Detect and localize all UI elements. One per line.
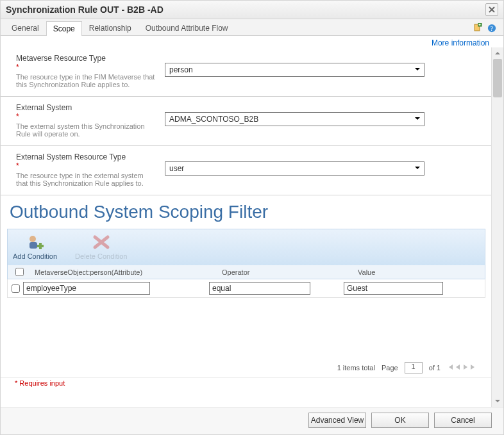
close-icon bbox=[489, 6, 495, 13]
pager: 1 items total Page 1 of 1 bbox=[16, 362, 476, 373]
field-external-system: External System * The external system th… bbox=[1, 97, 492, 146]
svg-text:?: ? bbox=[491, 24, 493, 31]
required-marker: * bbox=[16, 63, 157, 72]
requires-input-note: * Requires input bbox=[1, 377, 492, 391]
delete-condition-icon bbox=[92, 233, 110, 251]
scroll-up-icon[interactable] bbox=[492, 47, 503, 59]
field-label: External System bbox=[16, 103, 157, 112]
delete-condition-label: Delete Condition bbox=[75, 252, 127, 260]
pager-last-icon[interactable] bbox=[470, 364, 476, 372]
scroll-track[interactable] bbox=[492, 59, 503, 395]
window-title: Synchronization Rule OUT - B2B -AD bbox=[6, 4, 164, 15]
value-input[interactable]: Guest bbox=[344, 282, 443, 295]
select-value: ADMA_SCONTOSO_B2B bbox=[169, 115, 258, 124]
page-label: Page bbox=[382, 364, 398, 372]
help-icon[interactable]: ? bbox=[487, 23, 497, 33]
tab-general[interactable]: General bbox=[4, 21, 46, 35]
chevron-down-icon bbox=[412, 65, 423, 74]
external-system-resource-type-select[interactable]: user bbox=[165, 161, 424, 176]
more-info-row: More information bbox=[1, 36, 503, 47]
value-text: Guest bbox=[347, 284, 367, 293]
column-value: Value bbox=[354, 266, 477, 279]
filter-toolbar: Add Condition Delete Condition bbox=[7, 229, 485, 265]
tab-outbound-attribute-flow[interactable]: Outbound Attribute Flow bbox=[139, 21, 235, 35]
pager-next-icon[interactable] bbox=[462, 364, 469, 372]
tab-scope[interactable]: Scope bbox=[46, 21, 82, 36]
field-description: The resource type in the FIM Metaverse t… bbox=[16, 73, 157, 88]
field-metaverse-resource-type: Metaverse Resource Type * The resource t… bbox=[1, 47, 492, 97]
svg-rect-9 bbox=[39, 243, 42, 249]
svg-point-6 bbox=[29, 236, 36, 242]
close-button[interactable] bbox=[485, 3, 498, 16]
svg-rect-7 bbox=[29, 242, 37, 249]
scoping-filter-panel: Add Condition Delete Condition Metaverse… bbox=[7, 229, 485, 373]
column-attribute: MetaverseObject:person(Attribute) bbox=[31, 266, 218, 279]
column-operator: Operator bbox=[218, 266, 354, 279]
required-marker: * bbox=[16, 161, 157, 170]
row-checkbox[interactable] bbox=[12, 284, 20, 293]
select-value: employeeType bbox=[26, 284, 76, 293]
dialog-footer: Advanced View OK Cancel bbox=[1, 407, 503, 434]
more-information-link[interactable]: More information bbox=[432, 38, 489, 47]
field-description: The external system this Synchronization… bbox=[16, 122, 157, 138]
scroll-thumb[interactable] bbox=[493, 59, 502, 97]
titlebar: Synchronization Rule OUT - B2B -AD bbox=[1, 1, 503, 19]
scroll-down-icon[interactable] bbox=[492, 395, 503, 407]
tab-relationship[interactable]: Relationship bbox=[82, 21, 139, 35]
select-value: user bbox=[169, 164, 184, 173]
field-external-system-resource-type: External System Resource Type * The reso… bbox=[1, 146, 492, 195]
vertical-scrollbar[interactable] bbox=[491, 47, 503, 407]
select-value: person bbox=[169, 65, 193, 74]
items-total-label: 1 items total bbox=[337, 364, 375, 372]
scoping-filter-header: Outbound System Scoping Filter bbox=[1, 195, 492, 229]
dialog-window: Synchronization Rule OUT - B2B -AD Gener… bbox=[0, 0, 504, 435]
page-of-label: of 1 bbox=[429, 364, 441, 372]
field-label: Metaverse Resource Type bbox=[16, 54, 157, 63]
field-description: The resource type in the external system… bbox=[16, 172, 157, 187]
add-condition-icon bbox=[26, 233, 44, 251]
external-system-select[interactable]: ADMA_SCONTOSO_B2B bbox=[165, 112, 424, 126]
scroll-area: Metaverse Resource Type * The resource t… bbox=[1, 47, 492, 407]
field-label: External System Resource Type bbox=[16, 152, 157, 161]
chevron-down-icon bbox=[412, 115, 423, 124]
page-number-input[interactable]: 1 bbox=[405, 362, 423, 373]
advanced-view-button[interactable]: Advanced View bbox=[308, 413, 366, 428]
chevron-down-icon bbox=[412, 164, 423, 173]
select-all-checkbox[interactable] bbox=[15, 268, 24, 276]
add-condition-button[interactable]: Add Condition bbox=[13, 233, 57, 260]
ok-button[interactable]: OK bbox=[371, 413, 429, 428]
metaverse-resource-type-select[interactable]: person bbox=[165, 63, 424, 77]
operator-select[interactable]: equal bbox=[209, 282, 310, 295]
condition-row: employeeType equal Guest bbox=[7, 279, 485, 298]
attribute-select[interactable]: employeeType bbox=[23, 282, 150, 295]
add-condition-label: Add Condition bbox=[13, 252, 57, 260]
select-value: equal bbox=[212, 284, 231, 293]
tab-bar: General Scope Relationship Outbound Attr… bbox=[1, 19, 503, 36]
delete-condition-button: Delete Condition bbox=[75, 233, 127, 260]
cancel-button[interactable]: Cancel bbox=[434, 413, 492, 428]
required-marker: * bbox=[16, 112, 157, 121]
pager-prev-icon[interactable] bbox=[455, 364, 461, 372]
save-template-icon[interactable] bbox=[473, 23, 483, 33]
pager-first-icon[interactable] bbox=[447, 364, 453, 372]
condition-header-row: MetaverseObject:person(Attribute) Operat… bbox=[7, 265, 485, 279]
